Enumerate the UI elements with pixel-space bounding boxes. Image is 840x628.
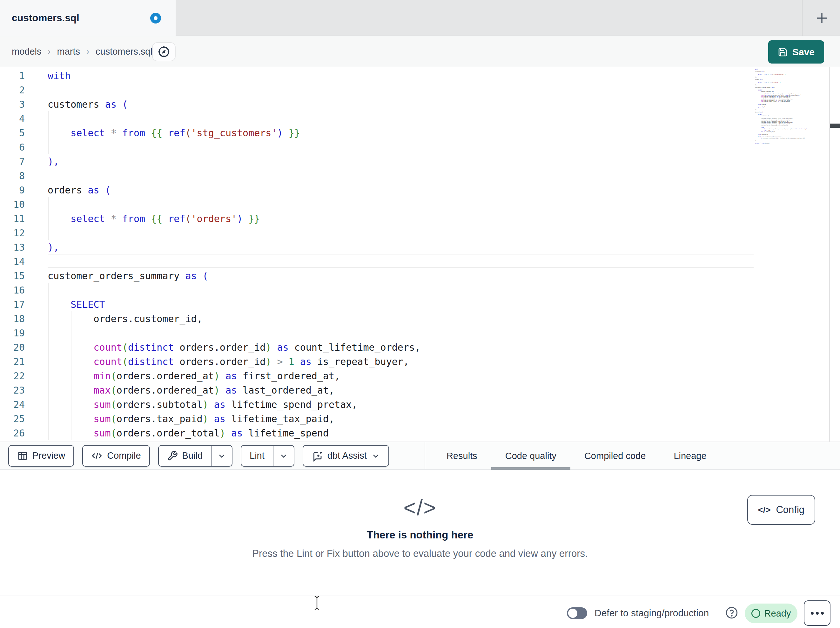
save-icon	[778, 47, 788, 57]
dbt-ide-window: customers.sql models›marts›customers.sql	[0, 0, 840, 628]
code-line[interactable]: 16	[0, 283, 755, 297]
breadcrumb-item[interactable]: models	[12, 46, 42, 57]
chevron-down-icon	[217, 451, 226, 460]
line-number: 11	[0, 212, 47, 226]
line-number: 6	[0, 140, 47, 154]
line-number: 18	[0, 312, 47, 326]
line-number: 17	[0, 297, 47, 312]
chevron-down-icon	[371, 451, 380, 460]
breadcrumb: models›marts›customers.sql	[12, 36, 152, 67]
help-icon[interactable]	[725, 606, 738, 619]
compass-icon	[157, 45, 171, 59]
dbt-assist-button[interactable]: dbt Assist	[303, 445, 389, 467]
code-line[interactable]: 19	[0, 326, 755, 340]
code-line[interactable]: 10	[0, 197, 755, 212]
line-number: 16	[0, 283, 47, 297]
results-panel-tabs: ResultsCode qualityCompiled codeLineage	[433, 442, 721, 470]
code-lines: 1with23customers as (45 select * from {{…	[0, 69, 755, 440]
code-line[interactable]: 21 count(distinct orders.order_id) > 1 a…	[0, 354, 755, 369]
code-line[interactable]: 6	[0, 140, 755, 154]
line-number: 1	[0, 69, 47, 83]
line-number: 4	[0, 111, 47, 126]
panel-tab-code-quality[interactable]: Code quality	[491, 442, 570, 470]
line-number: 12	[0, 226, 47, 240]
code-line[interactable]: 12	[0, 226, 755, 240]
editor-scrollbar-thumb[interactable]	[830, 123, 840, 128]
code-quality-panel: </> There is nothing here Press the Lint…	[0, 470, 840, 596]
line-number: 23	[0, 383, 47, 397]
code-line[interactable]: 15customer_orders_summary as (	[0, 269, 755, 283]
code-editor[interactable]: 1with23customers as (45 select * from {{…	[0, 67, 840, 441]
code-line[interactable]: 5 select * from {{ ref('stg_customers') …	[0, 126, 755, 140]
file-header-row: models›marts›customers.sql Save	[0, 36, 840, 67]
config-button[interactable]: </> Config	[747, 495, 815, 525]
code-line[interactable]: 1with	[0, 69, 755, 83]
code-line[interactable]: 20 count(distinct orders.order_id) as co…	[0, 340, 755, 354]
toggle-knob	[568, 609, 577, 618]
code-line[interactable]: 14	[0, 255, 755, 269]
save-button-label: Save	[793, 47, 815, 57]
file-tab-customers-sql[interactable]: customers.sql	[0, 0, 175, 36]
breadcrumb-separator-icon: ›	[48, 47, 51, 57]
explore-button[interactable]	[152, 42, 175, 61]
compile-button[interactable]: Compile	[82, 445, 150, 467]
unsaved-changes-icon	[150, 13, 161, 24]
line-number: 10	[0, 197, 47, 212]
build-button-label: Build	[182, 451, 203, 461]
build-dropdown-button[interactable]	[211, 446, 232, 466]
code-line[interactable]: 8	[0, 169, 755, 183]
compile-button-label: Compile	[107, 451, 141, 461]
panel-tab-lineage[interactable]: Lineage	[660, 442, 720, 470]
panel-tab-results[interactable]: Results	[433, 442, 491, 470]
defer-label: Defer to staging/production	[595, 607, 709, 619]
lint-button-label: Lint	[249, 451, 265, 461]
preview-button[interactable]: Preview	[8, 445, 74, 467]
empty-state-subtitle: Press the Lint or Fix button above to ev…	[0, 548, 840, 559]
code-line[interactable]: 2	[0, 83, 755, 97]
new-tab-button[interactable]	[804, 0, 840, 36]
code-line[interactable]: 7),	[0, 154, 755, 169]
defer-toggle[interactable]	[567, 607, 587, 619]
action-toolbar: Preview Compile Build	[0, 441, 840, 470]
more-options-button[interactable]	[804, 600, 831, 626]
line-number: 24	[0, 397, 47, 412]
code-line[interactable]: 24 sum(orders.subtotal) as lifetime_spen…	[0, 397, 755, 412]
code-line[interactable]: 26 sum(orders.order_total) as lifetime_s…	[0, 426, 755, 440]
line-number: 15	[0, 269, 47, 283]
lint-dropdown-button[interactable]	[273, 446, 294, 466]
file-tab-title: customers.sql	[12, 13, 79, 24]
line-number: 2	[0, 83, 47, 97]
line-number: 25	[0, 412, 47, 426]
code-line[interactable]: 3customers as (	[0, 97, 755, 111]
code-line[interactable]: 23 max(orders.ordered_at) as last_ordere…	[0, 383, 755, 397]
code-line[interactable]: 17 SELECT	[0, 297, 755, 312]
wrench-icon	[167, 451, 178, 461]
breadcrumb-item[interactable]: customers.sql	[96, 46, 152, 57]
toolbar-separator	[425, 442, 425, 469]
editor-tab-bar: customers.sql	[0, 0, 840, 36]
code-line[interactable]: 22 min(orders.ordered_at) as first_order…	[0, 369, 755, 383]
ready-status-label: Ready	[764, 608, 791, 619]
assist-sparkle-chat-icon	[311, 450, 323, 462]
code-line[interactable]: 18 orders.customer_id,	[0, 312, 755, 326]
code-icon: </>	[758, 505, 771, 515]
status-bar: Defer to staging/production Ready	[0, 596, 840, 628]
panel-tab-compiled-code[interactable]: Compiled code	[570, 442, 660, 470]
line-number: 5	[0, 126, 47, 140]
minimap[interactable]: with customers as ( select * from {{ ref…	[755, 69, 803, 144]
save-button[interactable]: Save	[768, 40, 824, 63]
line-number: 22	[0, 369, 47, 383]
code-line[interactable]: 25 sum(orders.tax_paid) as lifetime_tax_…	[0, 412, 755, 426]
build-button[interactable]: Build	[158, 445, 233, 467]
code-line[interactable]: 4	[0, 111, 755, 126]
code-brackets-icon: </>	[0, 495, 840, 520]
code-line[interactable]: 13),	[0, 240, 755, 255]
breadcrumb-item[interactable]: marts	[57, 46, 81, 57]
code-line[interactable]: 11 select * from {{ ref('orders') }}	[0, 212, 755, 226]
code-line[interactable]: 9orders as (	[0, 183, 755, 197]
table-icon	[17, 451, 28, 461]
ready-status-badge[interactable]: Ready	[745, 604, 797, 623]
lint-button[interactable]: Lint	[241, 445, 294, 467]
line-number: 14	[0, 255, 47, 269]
line-number: 20	[0, 340, 47, 354]
